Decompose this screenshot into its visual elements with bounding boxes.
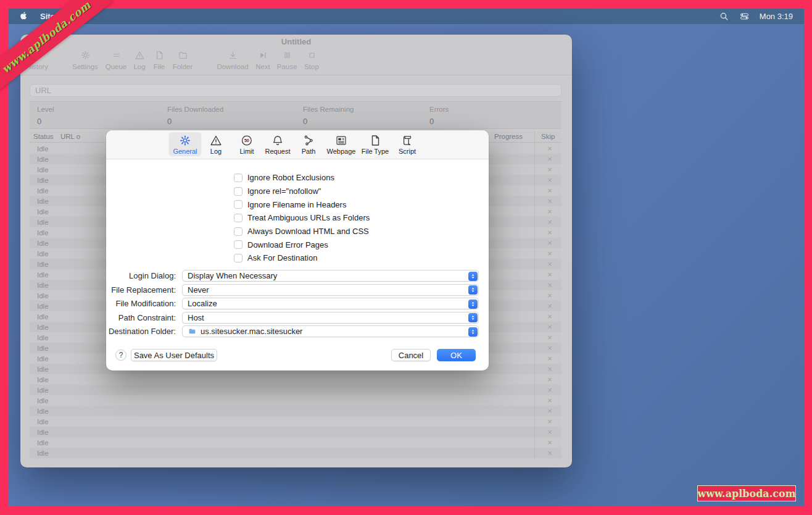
search-icon[interactable] bbox=[719, 11, 729, 22]
skip-row-button[interactable]: × bbox=[545, 291, 554, 300]
popup-select[interactable]: Localize bbox=[182, 298, 479, 309]
checkbox[interactable] bbox=[234, 227, 242, 236]
skip-row-button[interactable]: × bbox=[545, 448, 554, 458]
window-title: Untitled bbox=[20, 37, 572, 46]
checkbox[interactable] bbox=[234, 187, 242, 196]
settings-tab[interactable]: 50 Limit bbox=[235, 132, 258, 156]
skip-row-button[interactable]: × bbox=[545, 406, 554, 416]
skip-row-button[interactable]: × bbox=[545, 438, 554, 447]
skip-row-button[interactable]: × bbox=[545, 228, 554, 237]
row-status-cell: Idle bbox=[30, 187, 49, 195]
skip-row-button[interactable]: × bbox=[545, 364, 554, 374]
menu-bar: SiteSucker Mon 3:19 bbox=[9, 9, 804, 24]
checkbox[interactable] bbox=[234, 240, 242, 249]
skip-row-button[interactable]: × bbox=[545, 396, 554, 405]
settings-tab[interactable]: Log bbox=[205, 132, 227, 156]
cancel-button[interactable]: Cancel bbox=[391, 349, 431, 361]
popup-select-value: Localize bbox=[188, 299, 217, 308]
skip-row-button[interactable]: × bbox=[545, 312, 554, 321]
skip-row-button[interactable]: × bbox=[545, 280, 554, 290]
folder-icon bbox=[178, 50, 188, 61]
skip-row-button[interactable]: × bbox=[545, 238, 554, 248]
skip-row-button[interactable]: × bbox=[545, 249, 554, 258]
help-button[interactable]: ? bbox=[115, 350, 126, 361]
skip-row-button[interactable]: × bbox=[545, 385, 554, 395]
row-status-cell: Idle bbox=[30, 303, 49, 310]
stat-label: Errors bbox=[429, 106, 449, 113]
checkbox[interactable] bbox=[234, 174, 242, 182]
table-row: Idle × bbox=[30, 416, 561, 427]
row-status-cell: Idle bbox=[30, 208, 49, 216]
settings-tab[interactable]: Webpage bbox=[323, 132, 360, 156]
skip-row-button[interactable]: × bbox=[545, 196, 554, 206]
settings-tab[interactable]: Request bbox=[261, 132, 295, 156]
row-status-cell: Idle bbox=[30, 450, 49, 457]
skip-row-button[interactable]: × bbox=[545, 186, 554, 195]
field-row: Destination Folder: us.sitesucker.mac.si… bbox=[106, 325, 489, 337]
checkbox-label: Treat Ambiguous URLs as Folders bbox=[247, 213, 370, 222]
toolbar-item[interactable]: Stop bbox=[290, 50, 333, 70]
checkbox[interactable] bbox=[234, 254, 242, 262]
skip-row-button[interactable]: × bbox=[545, 165, 554, 174]
skip-row-button[interactable]: × bbox=[545, 175, 554, 185]
row-status-cell: Idle bbox=[30, 355, 49, 362]
settings-tab-label: Log bbox=[210, 148, 222, 155]
popup-select[interactable]: Host bbox=[182, 312, 479, 324]
watermark-badge: www.aplboda.com bbox=[697, 485, 796, 501]
menu-bar-clock[interactable]: Mon 3:19 bbox=[760, 12, 793, 21]
skip-row-button[interactable]: × bbox=[545, 207, 554, 216]
settings-tab[interactable]: General bbox=[168, 132, 201, 156]
checkbox[interactable] bbox=[234, 200, 242, 209]
popup-stepper-icon bbox=[468, 327, 478, 337]
skip-row-button[interactable]: × bbox=[545, 301, 554, 311]
gear-icon bbox=[178, 134, 191, 147]
folder-blue-icon bbox=[188, 327, 197, 335]
skip-row-button[interactable]: × bbox=[545, 427, 554, 437]
desktop: SiteSucker Mon 3:19 Untitled History Set… bbox=[9, 9, 804, 506]
table-row: Idle × bbox=[30, 385, 561, 395]
save-as-user-defaults-button[interactable]: Save As User Defaults bbox=[131, 349, 217, 361]
stat-label: Level bbox=[37, 106, 54, 113]
skip-row-button[interactable]: × bbox=[545, 343, 554, 353]
row-status-cell: Idle bbox=[30, 250, 49, 258]
stat-item: Files Downloaded 0 bbox=[167, 102, 223, 126]
settings-tab[interactable]: Path bbox=[297, 132, 320, 156]
column-header-status: Status bbox=[33, 133, 54, 140]
skip-row-button[interactable]: × bbox=[545, 259, 554, 269]
skip-row-button[interactable]: × bbox=[545, 417, 554, 426]
settings-tab[interactable]: Script bbox=[394, 132, 420, 156]
skip-row-button[interactable]: × bbox=[545, 217, 554, 227]
skip-row-button[interactable]: × bbox=[545, 154, 554, 164]
checkbox-label: Ignore Robot Exclusions bbox=[247, 173, 334, 182]
checkbox-label: Ignore rel="nofollow" bbox=[247, 186, 321, 196]
script-icon bbox=[401, 134, 414, 147]
ok-button[interactable]: OK bbox=[437, 349, 476, 361]
watermark-badge-text: www.aplboda.com bbox=[697, 488, 795, 500]
skip-row-button[interactable]: × bbox=[545, 375, 554, 384]
row-status-cell: Idle bbox=[30, 334, 49, 341]
skip-row-button[interactable]: × bbox=[545, 322, 554, 332]
popup-select[interactable]: Display When Necessary bbox=[182, 270, 479, 282]
stats-panel: Level 0 Files Downloaded 0 Files Remaini… bbox=[30, 101, 561, 129]
settings-tab[interactable]: File Type bbox=[357, 132, 393, 156]
skip-row-button[interactable]: × bbox=[545, 144, 554, 153]
gear-icon bbox=[80, 50, 91, 61]
url-input[interactable] bbox=[30, 84, 561, 97]
popup-select[interactable]: Never bbox=[182, 284, 479, 296]
checkbox-row: Treat Ambiguous URLs as Folders bbox=[234, 211, 370, 225]
checkbox[interactable] bbox=[234, 214, 242, 222]
control-center-icon[interactable] bbox=[739, 11, 750, 22]
stat-label: Files Remaining bbox=[303, 106, 354, 113]
toolbar-item[interactable]: Folder bbox=[161, 50, 204, 70]
row-status-cell: Idle bbox=[30, 376, 49, 383]
apple-menu[interactable] bbox=[20, 12, 29, 22]
field-label: Path Constraint: bbox=[106, 313, 176, 322]
checkbox-label: Download Error Pages bbox=[247, 240, 328, 249]
skip-row-button[interactable]: × bbox=[545, 354, 554, 363]
skip-row-button[interactable]: × bbox=[545, 333, 554, 342]
filetype-icon bbox=[369, 134, 382, 147]
skip-row-button[interactable]: × bbox=[545, 270, 554, 279]
popup-select[interactable]: us.sitesucker.mac.sitesucker bbox=[182, 325, 479, 337]
popup-select-value: us.sitesucker.mac.sitesucker bbox=[201, 327, 302, 336]
checkbox-row: Ask For Destination bbox=[234, 251, 370, 265]
